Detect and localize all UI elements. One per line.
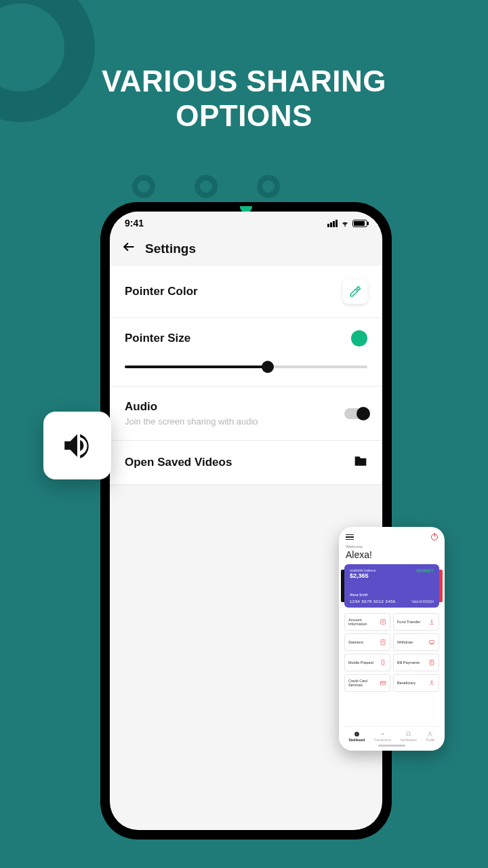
slider-fill	[125, 366, 268, 368]
tab-notifications[interactable]: Notifications	[401, 731, 418, 742]
balance-card[interactable]: available balance $2,365 MONEY Alexa Smi…	[344, 564, 439, 608]
size-preview-dot	[351, 330, 367, 347]
action-icon	[380, 618, 386, 625]
action-label: Fund Transfer	[397, 620, 420, 624]
action-label: Withdraw	[397, 640, 413, 644]
action-icon	[428, 639, 435, 646]
home-indicator	[378, 745, 405, 747]
tab-transactions[interactable]: Transactions	[374, 731, 392, 742]
decorative-dots	[132, 175, 280, 198]
action-cell[interactable]: Beneficiary	[393, 674, 439, 692]
row-label: Audio	[125, 400, 258, 414]
action-icon	[428, 679, 435, 686]
promo-title-line2: OPTIONS	[0, 99, 488, 134]
status-icons	[327, 220, 367, 227]
menu-icon[interactable]	[346, 534, 354, 540]
tab-icon	[380, 731, 386, 737]
user-name: Alexa!	[344, 549, 439, 560]
svg-rect-10	[430, 660, 434, 665]
power-icon[interactable]	[431, 534, 438, 540]
action-cell[interactable]: Withdraw	[393, 633, 439, 651]
audio-toggle[interactable]	[344, 408, 367, 419]
wifi-icon	[340, 220, 350, 227]
promo-title-line1: VARIOUS SHARING	[0, 64, 488, 99]
action-cell[interactable]: Bill Payments	[393, 654, 439, 671]
action-grid: Account InformationFund TransferStatment…	[344, 613, 439, 692]
row-label: Pointer Color	[125, 285, 198, 298]
action-label: Mobile Prepaid	[348, 660, 373, 665]
tab-label: Dashboard	[349, 738, 365, 742]
action-label: Credit Card Services	[348, 679, 380, 687]
slider-thumb[interactable]	[262, 361, 274, 373]
svg-rect-8	[382, 660, 384, 665]
row-label: Open Saved Videos	[125, 456, 232, 469]
balance-amount: $2,365	[350, 572, 434, 579]
svg-rect-7	[430, 641, 434, 644]
mini-phone-overlay: Welcome Alexa! available balance $2,365 …	[339, 527, 445, 751]
action-cell[interactable]: Fund Transfer	[393, 613, 439, 631]
action-cell[interactable]: Statment	[344, 633, 390, 651]
action-label: Beneficiary	[397, 681, 415, 685]
promo-title: VARIOUS SHARING OPTIONS	[0, 64, 488, 133]
app-header: Settings	[110, 232, 382, 266]
card-number: 1234 5678 9012 3456	[350, 599, 396, 604]
row-open-saved-videos[interactable]: Open Saved Videos	[110, 441, 382, 485]
svg-point-15	[429, 732, 431, 734]
action-label: Account Information	[348, 618, 380, 626]
action-cell[interactable]: Mobile Prepaid	[344, 654, 390, 671]
tab-profile[interactable]: Profile	[426, 731, 434, 742]
card-brand: MONEY	[416, 568, 434, 573]
tab-icon	[427, 731, 433, 737]
action-cell[interactable]: Account Information	[344, 613, 390, 631]
row-pointer-color[interactable]: Pointer Color	[110, 266, 382, 318]
color-picker-button[interactable]	[343, 279, 367, 304]
tab-label: Profile	[426, 738, 434, 742]
card-holder: Alexa Smith	[350, 593, 368, 597]
action-icon	[380, 659, 386, 666]
action-icon	[380, 639, 386, 646]
action-icon	[380, 679, 386, 686]
tab-label: Transactions	[374, 738, 392, 742]
speaker-icon	[60, 429, 94, 462]
battery-icon	[352, 220, 367, 227]
eyedropper-icon	[349, 285, 361, 298]
action-icon	[428, 659, 435, 666]
tab-icon	[354, 731, 360, 737]
settings-list: Pointer Color Pointer Size Audio	[110, 266, 382, 485]
back-button[interactable]	[122, 240, 136, 258]
status-time: 9:41	[125, 218, 144, 229]
pointer-size-slider[interactable]	[125, 366, 367, 368]
tab-dashboard[interactable]: Dashboard	[349, 731, 365, 742]
welcome-label: Welcome	[344, 545, 439, 549]
audio-badge	[43, 412, 111, 479]
row-subtitle: Join the screen sharing with audio	[125, 416, 258, 427]
action-label: Bill Payments	[397, 660, 420, 665]
bottom-tabs: DashboardTransactionsNotificationsProfil…	[344, 726, 439, 742]
row-audio: Audio Join the screen sharing with audio	[110, 387, 382, 441]
svg-rect-1	[381, 620, 386, 625]
row-pointer-size: Pointer Size	[110, 318, 382, 387]
tab-icon	[405, 731, 411, 737]
folder-icon	[354, 454, 367, 471]
page-title: Settings	[145, 241, 196, 256]
action-icon	[428, 618, 435, 625]
tab-label: Notifications	[401, 738, 418, 742]
signal-icon	[327, 220, 338, 227]
card-expiry: Valid till 05/2024	[411, 600, 434, 604]
svg-point-13	[431, 681, 433, 683]
status-bar: 9:41	[110, 212, 382, 232]
row-label: Pointer Size	[125, 332, 190, 345]
toggle-knob	[357, 407, 370, 420]
action-cell[interactable]: Credit Card Services	[344, 674, 390, 692]
svg-rect-11	[380, 682, 386, 685]
action-label: Statment	[348, 640, 363, 644]
